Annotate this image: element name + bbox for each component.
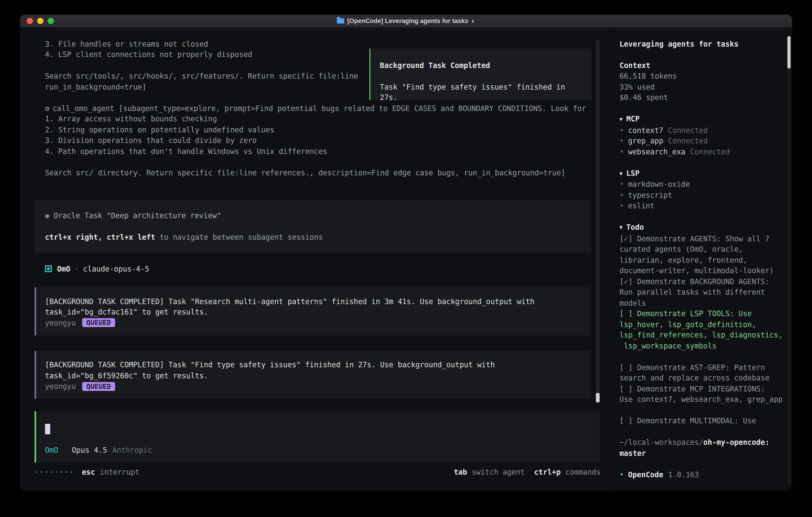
main-pane: 3. File handles or streams not closed 4.… [20, 28, 611, 491]
agent-header: OmO · claude-opus-4-5 [45, 264, 611, 274]
minimize-button[interactable] [37, 18, 44, 24]
tool-call-body: 1. Array access without bounds checking … [45, 113, 611, 178]
input-agent-label: OmO [45, 444, 58, 455]
folder-icon [337, 19, 344, 24]
queued-badge: QUEUED [82, 318, 115, 327]
tool-call-line: call_omo_agent [subagent_type=explore, p… [53, 104, 586, 112]
background-task-notification: Background Task Completed Task "Find typ… [370, 49, 591, 100]
context-header: Context [619, 60, 786, 71]
text-cursor [45, 424, 50, 434]
bullet-icon: • [619, 201, 624, 210]
lsp-item: •typescript [619, 190, 786, 200]
mcp-item: •websearch_exaConnected [619, 146, 786, 157]
notification-body: Task "Find type safety issues" finished … [380, 81, 581, 103]
commands-label: commands [566, 467, 601, 478]
todo-item: [ ] Demonstrate MULTIMODAL: Use [619, 415, 786, 426]
opencode-terminal-window: [OpenCode] Leveraging agents for tasks ◐… [20, 15, 792, 491]
status-bar: ········ esc interrupt tab switch agent … [35, 467, 601, 478]
window-title-text: [OpenCode] Leveraging agents for tasks [347, 17, 468, 25]
status-left: ········ esc interrupt [35, 467, 140, 478]
fisheye-icon: ◉ [45, 211, 49, 219]
bullet-icon: • [619, 180, 624, 188]
omo-agent-icon [45, 266, 52, 272]
message-body: [BACKGROUND TASK COMPLETED] Task "Find t… [45, 359, 581, 381]
context-section: Context 66,518 tokens 33% used $0.46 spe… [619, 60, 786, 103]
context-used: 33% used [619, 81, 786, 92]
oracle-task-title: ◉Oracle Task "Deep architecture review" [45, 210, 581, 221]
opencode-name: OpenCode [628, 470, 663, 479]
bullet-icon: • [619, 470, 624, 479]
mcp-header: ▼MCP [619, 113, 786, 125]
lsp-item: •markdown-oxide [619, 179, 786, 190]
tool-call-header: ⚙call_omo_agent [subagent_type=explore, … [45, 103, 611, 113]
mcp-item: •grep_appConnected [619, 136, 786, 146]
spinner-dots: ········ [35, 467, 74, 478]
sidebar: Leveraging agents for tasks Context 66,5… [611, 28, 792, 491]
todo-item: [✓] Demonstrate AGENTS: Show all 7 curat… [619, 233, 786, 276]
workspace-path: ~/local-workspaces/oh-my-opencode:master [619, 437, 786, 458]
sidebar-scrollbar-thumb[interactable] [787, 36, 791, 69]
half-circle-icon: ◐ [471, 17, 475, 25]
message-author: yeongyu [45, 381, 76, 392]
triangle-down-icon: ▼ [619, 224, 622, 230]
oracle-title-text: Oracle Task "Deep architecture review" [54, 211, 221, 219]
esc-key-label: esc [82, 467, 95, 478]
workspace-branch: master [619, 448, 646, 457]
mcp-item: •context7Connected [619, 125, 786, 136]
traffic-lights [27, 18, 54, 24]
todo-item: [✓] Demonstrate BACKGROUND AGENTS: Run p… [619, 276, 786, 308]
main-scrollbar[interactable] [596, 40, 600, 403]
opencode-version: 1.0.163 [668, 470, 699, 479]
message-card: [BACKGROUND TASK COMPLETED] Task "Resear… [35, 287, 591, 335]
oracle-navigation-hint: ctrl+x right, ctrl+x left to navigate be… [45, 232, 581, 242]
workspace-prefix: ~/local-workspaces/ [619, 438, 703, 446]
message-meta: yeongyu QUEUED [45, 381, 581, 392]
triangle-down-icon: ▼ [619, 170, 622, 176]
message-author: yeongyu [45, 317, 76, 328]
bullet-icon: • [619, 147, 624, 156]
notification-title: Background Task Completed [380, 60, 581, 71]
terminal-content: 3. File handles or streams not closed 4.… [20, 28, 792, 491]
window-title: [OpenCode] Leveraging agents for tasks ◐ [337, 17, 475, 25]
desktop: [OpenCode] Leveraging agents for tasks ◐… [0, 0, 812, 517]
close-button[interactable] [27, 18, 33, 24]
interrupt-label: interrupt [100, 467, 140, 478]
prompt-input[interactable]: OmO Opus 4.5 Anthropic [35, 411, 600, 463]
input-model-label: Opus 4.5 [72, 444, 107, 455]
separator-dot: · [75, 264, 79, 274]
agent-name: OmO [57, 264, 70, 274]
sidebar-scrollbar[interactable] [787, 36, 791, 483]
todo-section: ▼Todo [✓] Demonstrate AGENTS: Show all 7… [619, 222, 786, 426]
session-title: Leveraging agents for tasks [619, 38, 786, 49]
status-right: tab switch agent ctrl+p commands [454, 467, 601, 478]
todo-item: [ ] Demonstrate LSP TOOLS: Use lsp_hover… [619, 308, 786, 351]
input-provider-label: Anthropic [112, 444, 152, 455]
gear-icon: ⚙ [45, 104, 49, 112]
lsp-header: ▼LSP [619, 168, 786, 179]
mcp-section: ▼MCP •context7Connected •grep_appConnect… [619, 113, 786, 157]
message-card: [BACKGROUND TASK COMPLETED] Task "Find t… [35, 351, 591, 399]
bullet-icon: • [619, 126, 624, 134]
switch-agent-label: switch agent [472, 467, 525, 478]
opencode-version-line: •OpenCode1.0.163 [619, 469, 786, 480]
zoom-button[interactable] [48, 18, 54, 24]
lsp-section: ▼LSP •markdown-oxide •typescript •eslint [619, 168, 786, 211]
todo-item: [ ] Demonstrate AST-GREP: Pattern search… [619, 362, 786, 383]
lsp-item: •eslint [619, 200, 786, 211]
queued-badge: QUEUED [82, 382, 115, 391]
hint-text: to navigate between subagent sessions [155, 233, 323, 241]
message-meta: yeongyu QUEUED [45, 317, 581, 328]
oracle-task-panel: ◉Oracle Task "Deep architecture review" … [35, 199, 591, 253]
main-scrollbar-thumb[interactable] [596, 393, 600, 403]
context-spent: $0.46 spent [619, 92, 786, 103]
triangle-down-icon: ▼ [619, 116, 622, 122]
todo-header: ▼Todo [619, 222, 786, 233]
hint-keys: ctrl+x right, ctrl+x left [45, 233, 155, 241]
input-footer: OmO Opus 4.5 Anthropic [45, 444, 589, 455]
workspace-repo: oh-my-opencode: [703, 438, 770, 446]
bullet-icon: • [619, 137, 624, 145]
ctrl-p-key-label: ctrl+p [534, 467, 561, 478]
context-tokens: 66,518 tokens [619, 71, 786, 81]
window-titlebar: [OpenCode] Leveraging agents for tasks ◐ [20, 15, 792, 28]
agent-model: claude-opus-4-5 [83, 264, 149, 274]
